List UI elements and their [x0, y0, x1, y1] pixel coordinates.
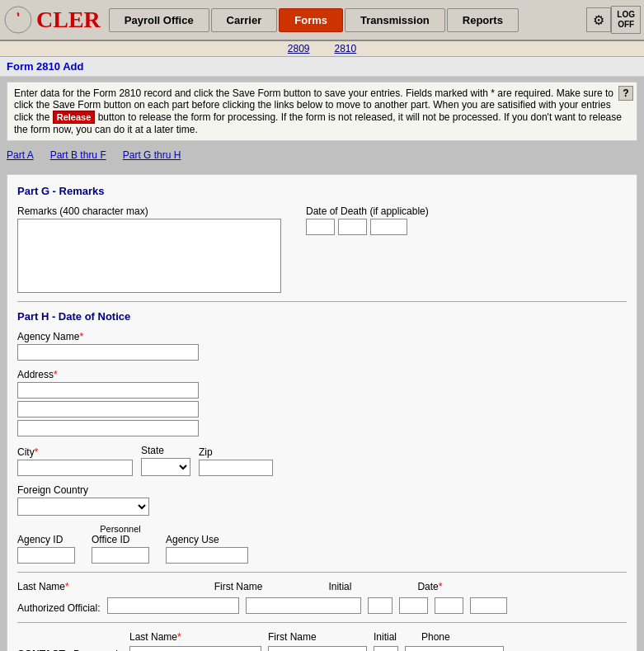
city-group: City* [17, 446, 133, 476]
page-title: Form 2810 Add [7, 60, 83, 73]
address-line2-input[interactable] [17, 401, 199, 417]
svg-text:⚕: ⚕ [16, 12, 20, 17]
settings-button[interactable]: ⚙ [586, 7, 611, 32]
part-h-title: Part H - Date of Notice [17, 310, 627, 323]
logoff-button[interactable]: LOG OFF [611, 6, 641, 34]
help-icon[interactable]: ? [618, 86, 633, 101]
tab-carrier[interactable]: Carrier [211, 8, 278, 32]
date-of-death-label: Date of Death (if applicable) [306, 205, 429, 217]
state-group: State ALAKAZCA COFLGANY TXVAWA [141, 445, 190, 476]
logo-text: CLER [36, 7, 101, 33]
dod-month-input[interactable] [306, 219, 335, 235]
sub-nav-2810[interactable]: 2810 [335, 43, 357, 54]
auth-date-day-input[interactable] [435, 597, 463, 614]
auth-last-name-input[interactable] [107, 597, 239, 614]
tab-reports[interactable]: Reports [447, 8, 519, 32]
part-b-thru-f-link[interactable]: Part B thru F [50, 149, 106, 161]
foreign-country-label: Foreign Country [17, 484, 627, 496]
release-button[interactable]: Release [53, 111, 96, 124]
auth-date-month-input[interactable] [399, 597, 428, 614]
tab-forms[interactable]: Forms [279, 8, 343, 32]
part-h: Part H - Date of Notice Agency Name* Add… [17, 310, 627, 651]
part-g-thru-h-link[interactable]: Part G thru H [123, 149, 181, 161]
agency-id-label: Agency ID [17, 534, 75, 545]
first-name-col-label: First Name [214, 581, 263, 592]
agency-use-input[interactable] [166, 547, 248, 564]
personnel-label: Personnel [92, 524, 149, 534]
contact-section: Last Name* First Name Initial Phone CONT… [17, 631, 627, 651]
address-line3-input[interactable] [17, 420, 199, 436]
cler-logo-icon: ⚕ [3, 5, 33, 35]
city-state-zip-row: City* State ALAKAZCA COFLGANY TXVAWA Zip [17, 445, 627, 476]
header: ⚕ CLER Payroll Office Carrier Forms Tran… [0, 0, 644, 41]
personnel-office-id-label: Office ID [92, 534, 149, 545]
state-label: State [141, 445, 190, 456]
contact-phone-label: Phone [421, 631, 450, 643]
page-title-bar: Form 2810 Add [0, 57, 644, 77]
contact-last-name-label: Last Name* [129, 631, 261, 643]
tab-payroll-office[interactable]: Payroll Office [109, 8, 209, 32]
main-form: Part G - Remarks Remarks (400 character … [7, 174, 637, 651]
sub-nav: 2809 2810 [0, 41, 644, 57]
tab-transmission[interactable]: Transmission [345, 8, 445, 32]
sub-nav-2809[interactable]: 2809 [288, 43, 310, 54]
personnel-initial-input[interactable] [374, 646, 398, 651]
contact-first-name-label: First Name [268, 631, 367, 643]
personnel-phone-input[interactable] [405, 646, 504, 651]
info-box: ? Enter data for the Form 2810 record an… [7, 82, 637, 141]
agency-name-group: Agency Name* [17, 331, 627, 361]
remarks-label: Remarks (400 character max) [17, 205, 281, 217]
personnel-last-name-input[interactable] [129, 646, 261, 651]
divider-auth-contact [17, 622, 627, 623]
authorized-official-section: Last Name* First Name Initial Date* Auth… [17, 581, 627, 614]
city-label: City* [17, 446, 133, 458]
agency-use-group: Agency Use [166, 534, 248, 564]
address-group: Address* [17, 369, 627, 436]
contact-initial-label: Initial [374, 631, 415, 643]
city-input[interactable] [17, 460, 133, 476]
divider-ids-auth [17, 572, 627, 573]
agency-name-input[interactable] [17, 344, 199, 361]
agency-id-group: Agency ID [17, 534, 75, 564]
personnel-office-id-group: Personnel Office ID [92, 524, 149, 564]
nav-right: ⚙ LOG OFF [586, 6, 641, 34]
personnel-office-id-input[interactable] [92, 547, 149, 564]
svg-point-0 [5, 7, 31, 33]
auth-date-year-input[interactable] [470, 597, 507, 614]
logo-area: ⚕ CLER [3, 5, 101, 35]
divider-g-h [17, 301, 627, 302]
part-links: Part A Part B thru F Part G thru H [0, 146, 644, 167]
personnel-contact-row: CONTACT: Personnel: [17, 646, 627, 651]
nav-tabs: Payroll Office Carrier Forms Transmissio… [109, 8, 587, 32]
date-col-label: Date* [417, 581, 442, 592]
zip-group: Zip [199, 446, 273, 476]
remarks-area: Remarks (400 character max) [17, 205, 281, 293]
agency-use-label: Agency Use [166, 534, 248, 545]
date-of-death-area: Date of Death (if applicable) [306, 205, 429, 235]
zip-input[interactable] [199, 460, 273, 476]
remarks-textarea[interactable] [17, 219, 281, 293]
authorized-official-row: Authorized Official: [17, 597, 627, 614]
personnel-first-name-input[interactable] [268, 646, 367, 651]
address-line1-input[interactable] [17, 382, 199, 399]
address-label: Address* [17, 369, 627, 380]
agency-name-label: Agency Name* [17, 331, 627, 342]
dod-day-input[interactable] [338, 219, 367, 235]
zip-label: Zip [199, 446, 273, 458]
auth-initial-input[interactable] [368, 597, 393, 614]
part-g-title: Part G - Remarks [17, 185, 627, 197]
agency-id-input[interactable] [17, 547, 75, 564]
part-a-link[interactable]: Part A [7, 149, 34, 161]
foreign-country-group: Foreign Country [17, 484, 627, 516]
part-g: Part G - Remarks Remarks (400 character … [17, 185, 627, 293]
last-name-col-label: Last Name* [17, 581, 69, 592]
dod-year-input[interactable] [370, 219, 407, 235]
auth-first-name-input[interactable] [246, 597, 361, 614]
state-select[interactable]: ALAKAZCA COFLGANY TXVAWA [141, 458, 190, 476]
authorized-official-label: Authorized Official: [17, 602, 101, 614]
foreign-country-select[interactable] [17, 498, 149, 516]
agency-ids-row: Agency ID Personnel Office ID Agency Use [17, 524, 627, 564]
initial-col-label: Initial [328, 581, 351, 592]
info-text-2: button to release the form for processin… [14, 111, 622, 135]
